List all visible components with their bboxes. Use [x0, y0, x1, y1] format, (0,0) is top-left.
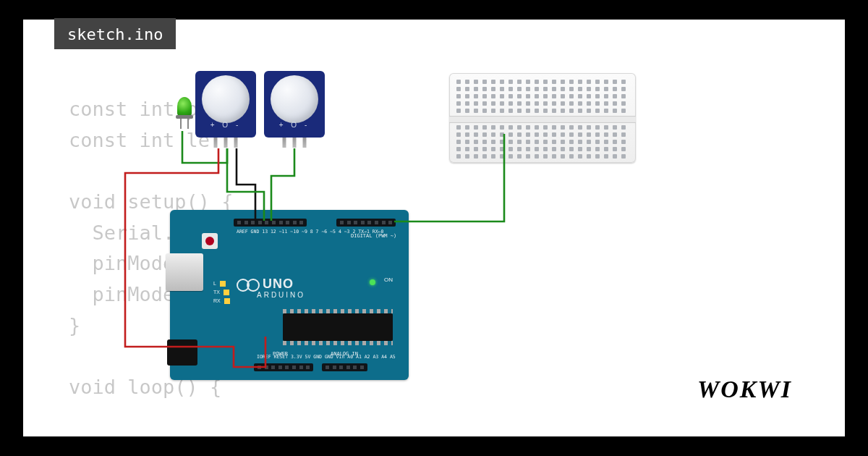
- file-tab[interactable]: sketch.ino: [54, 18, 176, 49]
- file-tab-label: sketch.ino: [67, 25, 163, 43]
- circuit-scene[interactable]: + O - + O - AREF GND 13 12 ~11 ~10 ~9 8 …: [47, 47, 821, 416]
- wire-green-led-to-pir: [182, 131, 227, 163]
- wire-black-pir1-gnd: [237, 148, 255, 221]
- wires-layer: [47, 47, 821, 416]
- preview-card: const int pi const int le void setup() {…: [47, 47, 821, 416]
- wire-green-tx-to-breadboard: [394, 134, 504, 221]
- wire-green-pir2-d12: [271, 148, 294, 221]
- wire-red-pir1-5v: [125, 148, 265, 367]
